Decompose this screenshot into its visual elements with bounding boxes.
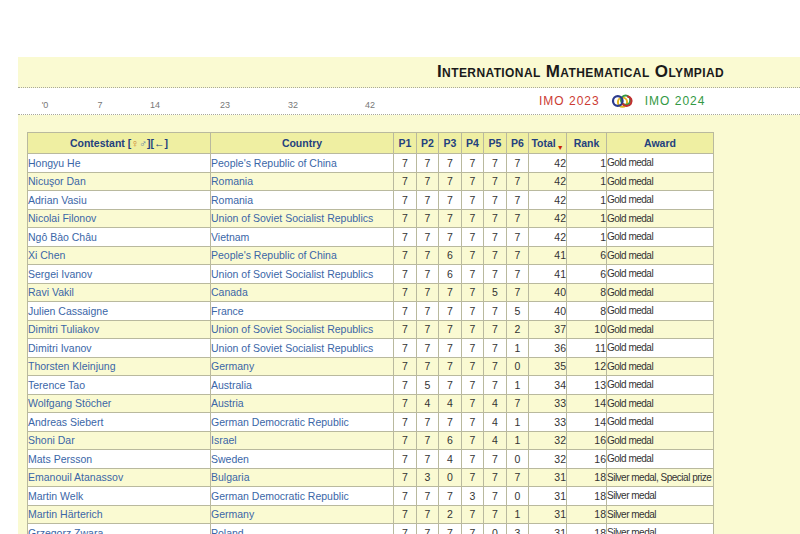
score-p3-cell: 7 [439,339,462,358]
contestant-link[interactable]: Andreas Siebert [28,416,103,428]
country-link[interactable]: Union of Soviet Socialist Republics [211,212,373,224]
country-link[interactable]: Romania [211,194,253,206]
col-header-rank[interactable]: Rank [567,133,607,154]
score-p4-cell: 7 [462,394,484,413]
scale-tick-label: 32 [288,100,298,110]
col-header-country[interactable]: Country [211,133,394,154]
contestant-link[interactable]: Nicolai Filonov [28,212,96,224]
total-cell: 42 [529,154,567,173]
contestant-link[interactable]: Hongyu He [28,157,81,169]
nav-link-imo-2024[interactable]: IMO 2024 [645,94,706,108]
award-cell: Gold medal [607,450,714,469]
country-link[interactable]: Vietnam [211,231,249,243]
total-cell: 37 [529,320,567,339]
country-link[interactable]: Australia [211,379,252,391]
country-link[interactable]: Poland [211,527,244,534]
country-link[interactable]: People's Republic of China [211,157,337,169]
contestant-cell: Nicolai Filonov [28,209,211,228]
rank-cell: 18 [567,487,607,506]
country-link[interactable]: Israel [211,434,237,446]
country-link[interactable]: German Democratic Republic [211,416,349,428]
rank-cell: 10 [567,320,607,339]
score-p4-cell: 7 [462,320,484,339]
gender-filter-link[interactable]: [♀♂] [128,137,151,149]
col-header-p5[interactable]: P5 [484,133,507,154]
contestant-cell: Hongyu He [28,154,211,173]
total-cell: 31 [529,524,567,534]
country-link[interactable]: Union of Soviet Socialist Republics [211,342,373,354]
col-header-p4[interactable]: P4 [462,133,484,154]
contestant-link[interactable]: Nicuşor Dan [28,175,86,187]
back-arrow-link[interactable]: [←] [151,137,169,149]
award-cell: Silver medal, Special prize [607,468,714,487]
contestant-link[interactable]: Xi Chen [28,249,65,261]
score-p2-cell: 7 [417,209,439,228]
score-p1-cell: 7 [394,357,417,376]
rank-cell: 6 [567,246,607,265]
contestant-link[interactable]: Martin Welk [28,490,83,502]
col-header-p6[interactable]: P6 [507,133,529,154]
score-p2-cell: 7 [417,302,439,321]
contestant-cell: Martin Härterich [28,505,211,524]
country-link[interactable]: Romania [211,175,253,187]
col-header-total[interactable]: Total▼ [529,133,567,154]
table-row: Xi ChenPeople's Republic of China7767774… [28,246,714,265]
score-p2-cell: 7 [417,191,439,210]
country-link[interactable]: France [211,305,244,317]
contestant-link[interactable]: Dimitri Tuliakov [28,323,99,335]
imo-logo-icon[interactable] [611,93,634,109]
contestant-link[interactable]: Ravi Vakil [28,286,74,298]
country-link[interactable]: German Democratic Republic [211,490,349,502]
score-p6-cell: 1 [507,413,529,432]
score-p5-cell: 0 [484,524,507,534]
contestant-link[interactable]: Mats Persson [28,453,92,465]
rank-cell: 13 [567,376,607,395]
col-header-p1[interactable]: P1 [394,133,417,154]
contestant-link[interactable]: Dimitri Ivanov [28,342,92,354]
score-p6-cell: 7 [507,468,529,487]
country-link[interactable]: Canada [211,286,248,298]
country-link[interactable]: Germany [211,508,254,520]
total-cell: 33 [529,413,567,432]
col-header-p2[interactable]: P2 [417,133,439,154]
country-link[interactable]: Union of Soviet Socialist Republics [211,268,373,280]
contestant-link[interactable]: Ngô Bào Châu [28,231,97,243]
col-header-award[interactable]: Award [607,133,714,154]
country-link[interactable]: Bulgaria [211,471,250,483]
contestant-link[interactable]: Adrian Vasiu [28,194,87,206]
country-cell: People's Republic of China [211,154,394,173]
score-p3-cell: 7 [439,302,462,321]
rank-cell: 16 [567,450,607,469]
country-link[interactable]: Union of Soviet Socialist Republics [211,323,373,335]
contestant-link[interactable]: Terence Tao [28,379,85,391]
contestant-link[interactable]: Sergei Ivanov [28,268,92,280]
contestant-cell: Martin Welk [28,487,211,506]
contestant-cell: Dimitri Ivanov [28,339,211,358]
contestant-link[interactable]: Wolfgang Stöcher [28,397,111,409]
score-p5-cell: 5 [484,283,507,302]
score-p1-cell: 7 [394,172,417,191]
country-link[interactable]: People's Republic of China [211,249,337,261]
contestant-link[interactable]: Grzegorz Zwara [28,527,103,534]
country-cell: Sweden [211,450,394,469]
country-link[interactable]: Germany [211,360,254,372]
contestant-link[interactable]: Thorsten Kleinjung [28,360,116,372]
title-band: International Mathematical Olympiad [18,57,800,88]
nav-link-imo-2023[interactable]: IMO 2023 [539,94,600,108]
score-p6-cell: 7 [507,154,529,173]
country-link[interactable]: Austria [211,397,244,409]
country-link[interactable]: Sweden [211,453,249,465]
contestant-link[interactable]: Emanouil Atanassov [28,471,123,483]
score-p3-cell: 4 [439,450,462,469]
country-cell: Union of Soviet Socialist Republics [211,320,394,339]
award-cell: Gold medal [607,431,714,450]
rank-cell: 1 [567,154,607,173]
country-cell: Canada [211,283,394,302]
contestant-link[interactable]: Julien Cassaigne [28,305,108,317]
contestant-link[interactable]: Martin Härterich [28,508,103,520]
score-p5-cell: 7 [484,487,507,506]
country-cell: Bulgaria [211,468,394,487]
col-header-p3[interactable]: P3 [439,133,462,154]
col-header-contestant[interactable]: Contestant[♀♂][←] [28,133,211,154]
contestant-link[interactable]: Shoni Dar [28,434,75,446]
